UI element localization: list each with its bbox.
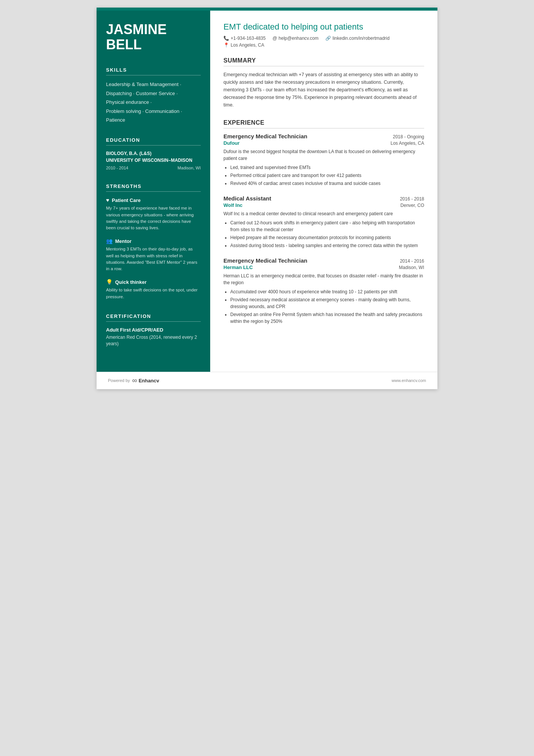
contact-email: @ help@enhancv.com [272, 36, 319, 41]
experience-section: EXPERIENCE Emergency Medical Technician … [223, 119, 424, 325]
resume-container: JASMINE BELL SKILLS Leadership & Team Ma… [97, 8, 437, 389]
linkedin-icon: 🔗 [325, 36, 331, 41]
main-header: EMT dedicated to helping out patients 📞 … [223, 22, 424, 48]
exp-location-wolf: Denver, CO [400, 203, 424, 208]
strength-desc-quick-thinker: Ability to take swift decisions on the s… [106, 287, 201, 300]
contact-linkedin: 🔗 linkedin.com/in/robertmadrid [325, 36, 390, 41]
bullet-item: Carried out 12-hours work shifts in emer… [230, 219, 424, 233]
bullet-item: Developed an online Fire Permit System w… [230, 311, 424, 325]
exp-company-row-herman: Herman LLC Madison, WI [223, 265, 424, 270]
heart-icon: ♥ [106, 197, 109, 203]
education-section: EDUCATION BIOLOGY, B.A. (L&S) UNIVERSITY… [106, 137, 201, 171]
skill-item: Dispatching · Customer Service · [106, 90, 201, 97]
cert-name: Adult First Aid/CPR/AED [106, 327, 201, 333]
enhancv-name: Enhancv [139, 378, 159, 383]
certification-title: CERTIFICATION [106, 313, 201, 322]
skills-section: SKILLS Leadership & Team Management · Di… [106, 67, 201, 124]
education-title: EDUCATION [106, 137, 201, 146]
resume-body: JASMINE BELL SKILLS Leadership & Team Ma… [97, 11, 437, 372]
strength-title-quick-thinker: 💡 Quick thinker [106, 279, 201, 285]
strengths-title: STRENGTHS [106, 183, 201, 192]
strength-title-mentor: 👥 Mentor [106, 238, 201, 244]
exp-dates-herman: 2014 - 2016 [400, 258, 424, 264]
edu-school: UNIVERSITY of WISCONSIN–MADISON [106, 157, 201, 164]
exp-location-herman: Madison, WI [399, 265, 424, 270]
edu-degree: BIOLOGY, B.A. (L&S) [106, 151, 201, 156]
skill-item: Physical endurance · [106, 99, 201, 106]
strength-desc-patient-care: My 7+ years of experience have faced me … [106, 205, 201, 231]
exp-desc-dufour: Dufour is the second biggest hospital th… [223, 148, 424, 162]
skill-item: Leadership & Team Management · [106, 81, 201, 88]
summary-text: Emergency medical technician with +7 yea… [223, 71, 424, 109]
phone-icon: 📞 [223, 36, 229, 41]
exp-entry-herman: Emergency Medical Technician 2014 - 2016… [223, 257, 424, 325]
main-headline: EMT dedicated to helping out patients [223, 22, 424, 32]
skills-title: SKILLS [106, 67, 201, 75]
summary-section: SUMMARY Emergency medical technician wit… [223, 57, 424, 109]
edu-year-range: 2010 - 2014 [106, 166, 128, 170]
contact-row: 📞 +1-934-163-4835 @ help@enhancv.com 🔗 l… [223, 36, 424, 41]
contact-location-row: 📍 Los Angeles, CA [223, 42, 424, 48]
exp-company-herman: Herman LLC [223, 265, 253, 270]
bullet-item: Led, trained and supervised three EMTs [230, 164, 424, 171]
bulb-icon: 💡 [106, 279, 112, 285]
email-icon: @ [272, 36, 277, 41]
exp-dates-wolf: 2016 - 2018 [400, 196, 424, 202]
footer-website: www.enhancv.com [392, 378, 426, 383]
exp-company-wolf: Wolf Inc [223, 202, 242, 208]
exp-company-row-dufour: Dufour Los Angeles, CA [223, 140, 424, 146]
powered-by-label: Powered by [108, 378, 130, 383]
strength-item-mentor: 👥 Mentor Mentoring 3 EMTs on their day-t… [106, 238, 201, 272]
exp-dates-dufour: 2018 - Ongoing [393, 134, 424, 139]
skill-item: Patience [106, 116, 201, 124]
exp-job-title-herman: Emergency Medical Technician [223, 257, 307, 264]
candidate-name: JASMINE BELL [106, 22, 201, 52]
strength-item-quick-thinker: 💡 Quick thinker Ability to take swift de… [106, 279, 201, 300]
exp-entry-wolf: Medical Assistant 2016 - 2018 Wolf Inc D… [223, 195, 424, 249]
exp-company-row-wolf: Wolf Inc Denver, CO [223, 202, 424, 208]
exp-bullets-herman: Accumulated over 4000 hours of experienc… [223, 288, 424, 325]
name-section: JASMINE BELL [106, 22, 201, 52]
bullet-item: Accumulated over 4000 hours of experienc… [230, 288, 424, 295]
bullet-item: Revived 40% of cardiac arrest cases incl… [230, 180, 424, 187]
strength-item-patient-care: ♥ Patient Care My 7+ years of experience… [106, 197, 201, 231]
exp-location-dufour: Los Angeles, CA [390, 141, 424, 146]
bullet-item: Provided necessary medical assistance at… [230, 296, 424, 310]
bullet-item: Assisted during blood tests - labeling s… [230, 242, 424, 249]
infinity-icon: ∞ [132, 377, 137, 385]
main-content: EMT dedicated to helping out patients 📞 … [210, 11, 437, 372]
exp-desc-herman: Herman LLC is an emergency medical centr… [223, 272, 424, 286]
exp-bullets-dufour: Led, trained and supervised three EMTs P… [223, 164, 424, 187]
exp-header-dufour: Emergency Medical Technician 2018 - Ongo… [223, 133, 424, 139]
footer: Powered by ∞ Enhancv www.enhancv.com [97, 372, 437, 389]
strength-title-patient-care: ♥ Patient Care [106, 197, 201, 203]
strengths-section: STRENGTHS ♥ Patient Care My 7+ years of … [106, 183, 201, 300]
summary-title: SUMMARY [223, 57, 424, 66]
footer-left: Powered by ∞ Enhancv [108, 377, 159, 385]
bullet-item: Helped prepare all the necessary documen… [230, 234, 424, 241]
exp-header-wolf: Medical Assistant 2016 - 2018 [223, 195, 424, 202]
exp-company-dufour: Dufour [223, 140, 240, 146]
contact-location: 📍 Los Angeles, CA [223, 42, 264, 48]
skill-item: Problem solving · Communication · [106, 108, 201, 115]
strength-desc-mentor: Mentoring 3 EMTs on their day-to-day job… [106, 246, 201, 272]
experience-title: EXPERIENCE [223, 119, 424, 128]
edu-dates: 2010 - 2014 Madison, WI [106, 166, 201, 170]
top-bar [97, 8, 437, 11]
certification-section: CERTIFICATION Adult First Aid/CPR/AED Am… [106, 313, 201, 347]
enhancv-logo: ∞ Enhancv [132, 377, 159, 385]
sidebar: JASMINE BELL SKILLS Leadership & Team Ma… [97, 11, 210, 372]
cert-detail: American Red Cross (2014, renewed every … [106, 334, 201, 347]
location-icon: 📍 [223, 42, 229, 48]
exp-bullets-wolf: Carried out 12-hours work shifts in emer… [223, 219, 424, 249]
mentor-icon: 👥 [106, 238, 112, 244]
bullet-item: Performed critical patient care and tran… [230, 172, 424, 179]
exp-desc-wolf: Wolf Inc is a medical center devoted to … [223, 210, 424, 217]
exp-job-title-dufour: Emergency Medical Technician [223, 133, 307, 139]
contact-phone: 📞 +1-934-163-4835 [223, 36, 265, 41]
exp-header-herman: Emergency Medical Technician 2014 - 2016 [223, 257, 424, 264]
exp-job-title-wolf: Medical Assistant [223, 195, 271, 202]
exp-entry-dufour: Emergency Medical Technician 2018 - Ongo… [223, 133, 424, 187]
edu-location: Madison, WI [178, 166, 201, 170]
